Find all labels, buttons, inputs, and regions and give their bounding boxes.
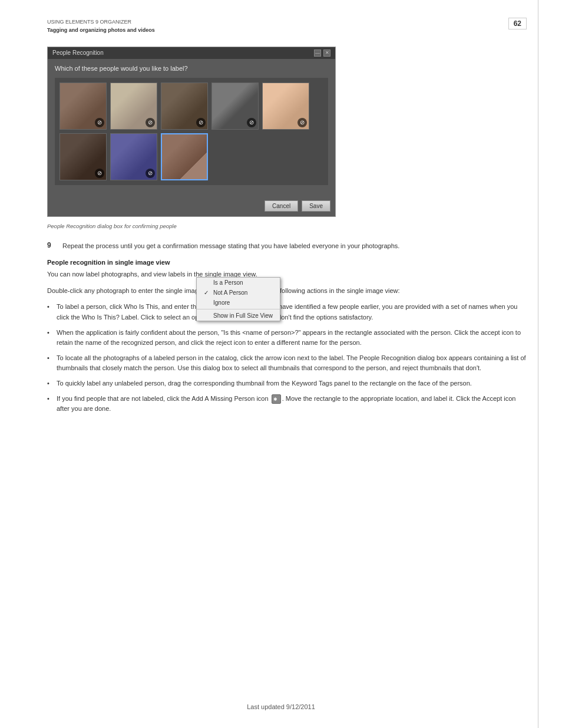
dialog-question: Which of these people would you like to … xyxy=(55,65,328,72)
no-icon-3: ⊘ xyxy=(196,118,206,127)
dialog-titlebar: People Recognition — ✕ xyxy=(48,47,335,59)
dialog-close-button[interactable]: ✕ xyxy=(323,50,330,57)
context-menu-separator xyxy=(197,309,280,309)
step-text: Repeat the process until you get a confi… xyxy=(62,241,399,251)
section-intro: You can now label photographs, and view … xyxy=(47,269,527,280)
check-is-person xyxy=(204,279,211,286)
cancel-button[interactable]: Cancel xyxy=(265,200,298,212)
check-ignore xyxy=(204,299,211,306)
bullet-list: To label a person, click Who Is This, an… xyxy=(47,302,527,414)
page-number: 62 xyxy=(508,18,527,29)
doc-subtitle: Tagging and organizing photos and videos xyxy=(47,26,155,34)
thumbnail-3[interactable]: ⊘ xyxy=(161,83,208,130)
section-people-recognition: People recognition in single image view … xyxy=(47,259,527,414)
thumbnail-7[interactable]: ⊘ xyxy=(110,133,157,180)
thumbnail-6[interactable]: ⊘ xyxy=(59,133,107,180)
thumbnail-4[interactable]: ⊘ xyxy=(211,83,259,130)
context-menu-item-is-person[interactable]: Is a Person xyxy=(197,278,280,288)
dialog-buttons: Cancel Save xyxy=(48,196,335,216)
context-menu[interactable]: Is a Person ✓ Not A Person Ignore Show i… xyxy=(196,277,280,321)
people-recognition-dialog: People Recognition — ✕ Which of these pe… xyxy=(47,47,336,217)
dialog-minimize-button[interactable]: — xyxy=(314,50,321,57)
dialog-controls: — ✕ xyxy=(314,50,330,57)
context-menu-item-ignore[interactable]: Ignore xyxy=(197,298,280,308)
bullet-item-1: To label a person, click Who Is This, an… xyxy=(47,302,527,322)
no-icon-2: ⊘ xyxy=(146,118,155,127)
add-missing-person-icon xyxy=(272,394,281,404)
dialog-body: Which of these people would you like to … xyxy=(48,59,335,196)
context-menu-item-not-person[interactable]: ✓ Not A Person xyxy=(197,288,280,298)
no-icon-7: ⊘ xyxy=(146,169,155,178)
thumbnail-1[interactable]: ⊘ xyxy=(59,83,107,130)
check-fullsize xyxy=(204,312,211,319)
no-icon-6: ⊘ xyxy=(95,169,104,178)
dialog-title: People Recognition xyxy=(52,50,104,56)
page-header: USING ELEMENTS 9 ORGANIZER Tagging and o… xyxy=(47,18,527,35)
page-container: USING ELEMENTS 9 ORGANIZER Tagging and o… xyxy=(0,0,562,728)
thumbnails-grid: ⊘ ⊘ ⊘ ⊘ ⊘ xyxy=(55,78,328,185)
thumbnail-row-2: ⊘ ⊘ xyxy=(59,133,323,180)
header-left: USING ELEMENTS 9 ORGANIZER Tagging and o… xyxy=(47,18,155,35)
step-number: 9 xyxy=(47,241,55,251)
dialog-caption: People Recognition dialog box for confir… xyxy=(47,223,527,229)
thumbnail-5[interactable]: ⊘ xyxy=(262,83,309,130)
thumbnail-2[interactable]: ⊘ xyxy=(110,83,157,130)
no-icon-5: ⊘ xyxy=(297,118,307,127)
step-9: 9 Repeat the process until you get a con… xyxy=(47,241,527,251)
thumbnail-8-selected[interactable] xyxy=(161,133,208,180)
bullet-item-5: If you find people that are not labeled,… xyxy=(47,394,527,414)
no-icon-4: ⊘ xyxy=(247,118,256,127)
check-not-person: ✓ xyxy=(204,289,211,296)
page-footer: Last updated 9/12/2011 xyxy=(0,703,562,710)
bullet-item-3: To locate all the photographs of a label… xyxy=(47,353,527,374)
save-button[interactable]: Save xyxy=(302,200,330,212)
thumbnail-row-1: ⊘ ⊘ ⊘ ⊘ ⊘ xyxy=(59,83,323,130)
section-body: Double-click any photograph to enter the… xyxy=(47,286,527,297)
context-menu-item-fullsize[interactable]: Show in Full Size View xyxy=(197,311,280,321)
bullet-item-2: When the application is fairly confident… xyxy=(47,328,527,348)
no-icon-1: ⊘ xyxy=(95,118,104,127)
footer-text: Last updated 9/12/2011 xyxy=(247,703,315,710)
section-heading: People recognition in single image view xyxy=(47,259,527,266)
bullet-item-4: To quickly label any unlabeled person, d… xyxy=(47,378,527,389)
doc-title: USING ELEMENTS 9 ORGANIZER xyxy=(47,18,155,26)
